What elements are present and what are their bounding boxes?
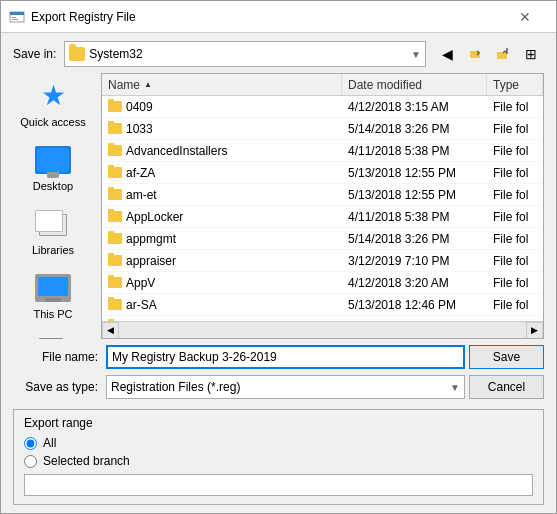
- table-row[interactable]: 04094/12/2018 3:15 AMFile fol: [102, 96, 543, 118]
- back-button[interactable]: ◀: [434, 41, 460, 67]
- file-name-cell: AppV: [102, 275, 342, 291]
- save-button[interactable]: Save: [469, 345, 544, 369]
- svg-rect-1: [10, 12, 24, 15]
- svg-rect-5: [470, 51, 474, 53]
- nav-item-network[interactable]: Network: [13, 329, 93, 339]
- folder-icon-tiny: [108, 211, 122, 222]
- file-name-cell: 0409: [102, 99, 342, 115]
- file-type-cell: File fol: [487, 165, 543, 181]
- scroll-left-button[interactable]: ◀: [102, 322, 119, 339]
- radio-branch-row: Selected branch: [24, 454, 533, 468]
- left-panel: ★ Quick access Desktop: [13, 73, 93, 339]
- folder-icon-tiny: [108, 167, 122, 178]
- libraries-icon: [33, 206, 73, 242]
- file-date-cell: 4/11/2018 5:38 PM: [342, 143, 487, 159]
- table-row[interactable]: AdvancedInstallers4/11/2018 5:38 PMFile …: [102, 140, 543, 162]
- dialog-body: Save in: System32 ▼ ◀: [1, 33, 556, 513]
- close-button[interactable]: ✕: [502, 1, 548, 33]
- file-date-cell: 4/11/2018 5:38 PM: [342, 209, 487, 225]
- col-header-name[interactable]: Name ▲: [102, 74, 342, 95]
- file-name-row: File name: Save: [13, 345, 544, 369]
- main-area: ★ Quick access Desktop: [13, 73, 544, 339]
- svg-rect-7: [497, 52, 501, 54]
- nav-label-desktop: Desktop: [33, 180, 73, 192]
- file-date-cell: 5/13/2018 12:46 PM: [342, 297, 487, 313]
- nav-label-this-pc: This PC: [33, 308, 72, 320]
- folder-icon: [69, 47, 85, 61]
- nav-item-this-pc[interactable]: This PC: [13, 265, 93, 325]
- file-name-input-container: Save: [106, 345, 544, 369]
- radio-branch-label[interactable]: Selected branch: [43, 454, 130, 468]
- folder-icon-tiny: [108, 123, 122, 134]
- scroll-right-button[interactable]: ▶: [526, 322, 543, 339]
- up-button[interactable]: [490, 41, 516, 67]
- save-as-label: Save as type:: [13, 380, 98, 394]
- file-name-cell: am-et: [102, 187, 342, 203]
- network-icon: [33, 334, 73, 339]
- col-header-date[interactable]: Date modified: [342, 74, 487, 95]
- save-as-value: Registration Files (*.reg): [111, 380, 240, 394]
- file-list-body[interactable]: 04094/12/2018 3:15 AMFile fol10335/14/20…: [102, 96, 543, 321]
- branch-input[interactable]: [24, 474, 533, 496]
- file-date-cell: 5/14/2018 3:26 PM: [342, 231, 487, 247]
- table-row[interactable]: appmgmt5/14/2018 3:26 PMFile fol: [102, 228, 543, 250]
- radio-all-label[interactable]: All: [43, 436, 56, 450]
- dialog-icon: [9, 9, 25, 25]
- save-as-arrow-icon: ▼: [450, 382, 460, 393]
- radio-all[interactable]: [24, 437, 37, 450]
- file-name-cell: af-ZA: [102, 165, 342, 181]
- folder-icon-tiny: [108, 299, 122, 310]
- file-name-cell: AdvancedInstallers: [102, 143, 342, 159]
- table-row[interactable]: AppLocker4/11/2018 5:38 PMFile fol: [102, 206, 543, 228]
- folder-icon-tiny: [108, 233, 122, 244]
- forward-button[interactable]: [462, 41, 488, 67]
- title-bar: Export Registry File ✕: [1, 1, 556, 33]
- view-button[interactable]: ⊞: [518, 41, 544, 67]
- file-name-cell: appmgmt: [102, 231, 342, 247]
- table-row[interactable]: am-et5/13/2018 12:55 PMFile fol: [102, 184, 543, 206]
- save-as-input-container: Registration Files (*.reg) ▼ Cancel: [106, 375, 544, 399]
- svg-rect-2: [12, 17, 16, 18]
- file-name-label: File name:: [13, 350, 98, 364]
- svg-rect-3: [12, 19, 18, 20]
- combo-arrow-icon: ▼: [411, 49, 421, 60]
- col-header-type[interactable]: Type: [487, 74, 543, 95]
- nav-item-desktop[interactable]: Desktop: [13, 137, 93, 197]
- file-type-cell: File fol: [487, 143, 543, 159]
- table-row[interactable]: appraiser3/12/2019 7:10 PMFile fol: [102, 250, 543, 272]
- save-as-type-row: Save as type: Registration Files (*.reg)…: [13, 375, 544, 399]
- table-row[interactable]: ar-SA5/13/2018 12:46 PMFile fol: [102, 294, 543, 316]
- horizontal-scrollbar[interactable]: ◀ ▶: [102, 321, 543, 338]
- file-date-cell: 3/12/2019 7:10 PM: [342, 253, 487, 269]
- file-name-cell: 1033: [102, 121, 342, 137]
- file-type-cell: File fol: [487, 231, 543, 247]
- file-type-cell: File fol: [487, 253, 543, 269]
- nav-label-libraries: Libraries: [32, 244, 74, 256]
- table-row[interactable]: af-ZA5/13/2018 12:55 PMFile fol: [102, 162, 543, 184]
- file-name-cell: appraiser: [102, 253, 342, 269]
- table-row[interactable]: AppV4/12/2018 3:20 AMFile fol: [102, 272, 543, 294]
- cancel-button[interactable]: Cancel: [469, 375, 544, 399]
- folder-icon-tiny: [108, 145, 122, 156]
- recent-folders-icon: [468, 47, 482, 61]
- save-in-label: Save in:: [13, 47, 56, 61]
- folder-icon-tiny: [108, 277, 122, 288]
- file-name-input[interactable]: [106, 345, 465, 369]
- desktop-icon: [33, 142, 73, 178]
- file-date-cell: 5/13/2018 12:55 PM: [342, 187, 487, 203]
- file-type-cell: File fol: [487, 187, 543, 203]
- file-date-cell: 5/13/2018 12:55 PM: [342, 165, 487, 181]
- save-in-combo[interactable]: System32 ▼: [64, 41, 426, 67]
- radio-all-row: All: [24, 436, 533, 450]
- sort-arrow-icon: ▲: [144, 80, 152, 89]
- table-row[interactable]: 10335/14/2018 3:26 PMFile fol: [102, 118, 543, 140]
- file-type-cell: File fol: [487, 275, 543, 291]
- scroll-track: [119, 322, 526, 338]
- nav-item-quick-access[interactable]: ★ Quick access: [13, 73, 93, 133]
- nav-item-libraries[interactable]: Libraries: [13, 201, 93, 261]
- folder-icon-tiny: [108, 101, 122, 112]
- file-date-cell: 4/12/2018 3:20 AM: [342, 275, 487, 291]
- save-as-combo[interactable]: Registration Files (*.reg) ▼: [106, 375, 465, 399]
- radio-selected-branch[interactable]: [24, 455, 37, 468]
- file-list-container: Name ▲ Date modified Type 04094/12/2018 …: [101, 73, 544, 339]
